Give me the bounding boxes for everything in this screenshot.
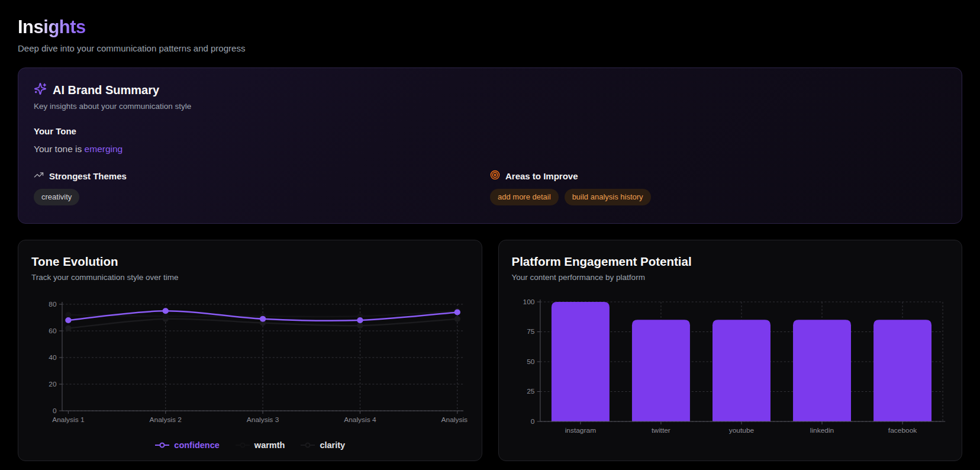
platform-bar-chart: 0255075100instagramtwitteryoutubelinkedi…	[512, 295, 949, 445]
tone-evolution-title: Tone Evolution	[31, 255, 469, 269]
svg-text:0: 0	[530, 417, 534, 425]
page-header: Insights Deep dive into your communicati…	[18, 17, 962, 53]
svg-text:40: 40	[49, 353, 57, 361]
page-subtitle: Deep dive into your communication patter…	[18, 43, 962, 53]
target-icon	[490, 170, 500, 182]
tone-description: Your tone is emerging	[34, 144, 946, 154]
svg-text:50: 50	[527, 358, 535, 365]
areas-to-improve-label: Areas to Improve	[505, 171, 578, 181]
strongest-themes-label: Strongest Themes	[49, 171, 127, 181]
areas-to-improve-section: Areas to Improve add more detailbuild an…	[490, 170, 946, 205]
svg-text:facebook: facebook	[888, 426, 917, 434]
platform-engagement-title: Platform Engagement Potential	[512, 255, 949, 269]
improvement-badges: add more detailbuild analysis history	[490, 189, 946, 205]
summary-title: AI Brand Summary	[53, 83, 159, 97]
legend-marker-icon	[235, 442, 250, 449]
svg-text:youtube: youtube	[728, 426, 754, 434]
trending-up-icon	[34, 170, 44, 182]
svg-text:Analysis 1: Analysis 1	[52, 416, 84, 423]
svg-text:instagram: instagram	[565, 426, 595, 434]
theme-badge: creativity	[34, 189, 79, 205]
improvement-badge: add more detail	[490, 189, 559, 205]
svg-text:60: 60	[49, 327, 57, 334]
summary-card-header: AI Brand Summary	[34, 82, 946, 98]
platform-engagement-card: Platform Engagement Potential Your conte…	[498, 240, 963, 461]
strongest-themes-header: Strongest Themes	[34, 170, 490, 182]
svg-text:Analysis 4: Analysis 4	[344, 416, 376, 423]
strongest-themes-section: Strongest Themes creativity	[34, 170, 490, 205]
sparkles-icon	[34, 82, 47, 98]
svg-text:80: 80	[49, 300, 57, 308]
svg-text:twitter: twitter	[651, 426, 670, 434]
tone-evolution-chart-area: 020406080Analysis 1Analysis 2Analysis 3A…	[31, 295, 469, 450]
your-tone-heading: Your Tone	[34, 126, 946, 136]
svg-text:Analysis 3: Analysis 3	[247, 416, 279, 423]
ai-brand-summary-card: AI Brand Summary Key insights about your…	[18, 67, 962, 224]
tone-evolution-legend: confidence warmth clarity	[31, 440, 469, 450]
summary-columns: Strongest Themes creativity Areas to Imp…	[34, 170, 946, 205]
summary-subtitle: Key insights about your communication st…	[34, 102, 946, 111]
svg-text:0: 0	[53, 407, 57, 414]
svg-text:linkedin: linkedin	[810, 426, 834, 434]
svg-text:75: 75	[527, 328, 535, 336]
tone-evolution-subtitle: Track your communication style over time	[31, 273, 469, 282]
areas-to-improve-header: Areas to Improve	[490, 170, 946, 182]
legend-item-warmth: warmth	[235, 440, 285, 450]
svg-text:25: 25	[527, 388, 535, 395]
svg-text:20: 20	[49, 380, 57, 388]
svg-text:Analysis 2: Analysis 2	[150, 416, 182, 423]
legend-item-clarity: clarity	[300, 440, 345, 450]
page-title: Insights	[18, 17, 86, 38]
legend-item-confidence: confidence	[154, 440, 220, 450]
tone-evolution-line-chart: 020406080Analysis 1Analysis 2Analysis 3A…	[31, 295, 469, 434]
tone-prefix: Your tone is	[34, 144, 82, 154]
legend-marker-icon	[154, 442, 170, 449]
platform-engagement-subtitle: Your content performance by platform	[512, 273, 949, 282]
tone-value: emerging	[85, 144, 123, 154]
legend-marker-icon	[300, 442, 315, 449]
improvement-badge: build analysis history	[565, 189, 651, 205]
tone-evolution-card: Tone Evolution Track your communication …	[18, 240, 482, 461]
theme-badges: creativity	[34, 189, 490, 205]
platform-chart-area: 0255075100instagramtwitteryoutubelinkedi…	[512, 295, 949, 445]
charts-row: Tone Evolution Track your communication …	[18, 240, 962, 461]
svg-text:100: 100	[523, 298, 534, 305]
svg-text:Analysis 5: Analysis 5	[441, 416, 469, 423]
